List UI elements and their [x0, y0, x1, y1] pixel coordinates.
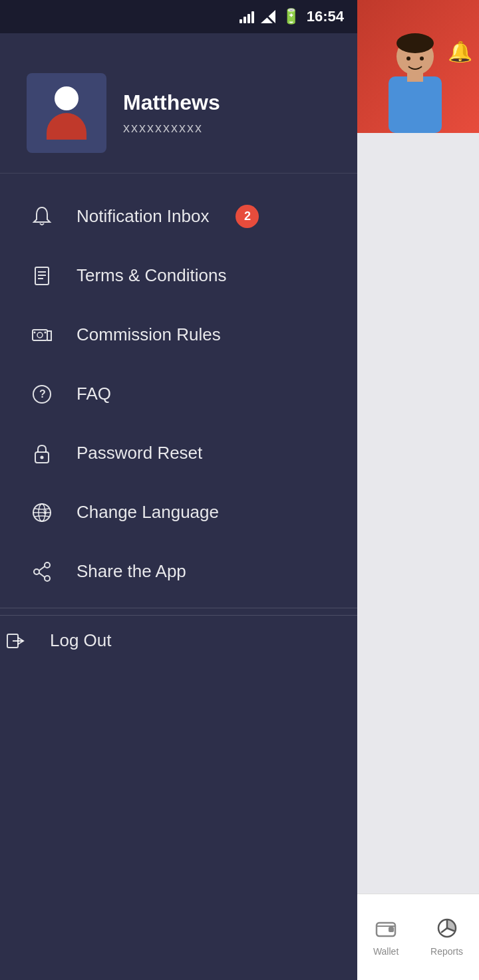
wallet-nav-label: Wallet	[373, 946, 399, 957]
svg-point-40	[45, 562, 50, 568]
person-illustration	[375, 27, 455, 133]
menu-item-logout[interactable]: Log Out	[0, 615, 357, 666]
commission-label: Commission Rules	[77, 324, 221, 345]
faq-icon: ?	[27, 379, 57, 409]
svg-rect-3	[407, 72, 423, 82]
svg-rect-28	[33, 330, 47, 340]
wallet-icon	[375, 918, 397, 943]
logout-label: Log Out	[50, 630, 112, 651]
user-name: Matthews	[123, 90, 337, 115]
menu-item-terms[interactable]: Terms & Conditions	[0, 246, 357, 305]
status-time: 16:54	[307, 8, 344, 25]
notification-inbox-label: Notification Inbox	[77, 206, 209, 227]
avatar	[27, 73, 106, 153]
menu-item-notification-inbox[interactable]: Notification Inbox 2	[0, 187, 357, 246]
svg-text:?: ?	[39, 388, 46, 400]
svg-rect-20	[389, 927, 394, 932]
menu-item-change-language[interactable]: ¥ Change Language	[0, 483, 357, 542]
reports-nav-item[interactable]: Reports	[430, 918, 463, 957]
bell-menu-icon	[27, 201, 57, 231]
share-app-label: Share the App	[77, 561, 186, 582]
menu-item-password-reset[interactable]: Password Reset	[0, 424, 357, 483]
svg-point-42	[45, 576, 50, 581]
signal-icon	[240, 10, 254, 23]
menu-list: Notification Inbox 2 Terms & Conditions	[0, 174, 357, 980]
battery-icon: 🔋	[282, 8, 300, 25]
avatar-head	[55, 86, 79, 110]
svg-point-35	[40, 455, 43, 459]
menu-item-share-app[interactable]: Share the App	[0, 542, 357, 601]
svg-point-29	[37, 332, 43, 338]
avatar-body	[47, 113, 86, 140]
reports-nav-label: Reports	[430, 946, 463, 957]
money-icon	[27, 320, 57, 350]
status-bar-content: 🔋 16:54	[240, 8, 344, 25]
svg-rect-2	[389, 76, 442, 133]
reports-icon	[436, 918, 458, 943]
password-reset-label: Password Reset	[77, 443, 202, 463]
share-icon	[27, 556, 57, 586]
user-profile-section: Matthews xxxxxxxxxx	[0, 33, 357, 174]
svg-point-1	[397, 33, 434, 53]
svg-point-5	[420, 57, 424, 61]
change-language-label: Change Language	[77, 502, 219, 523]
bottom-nav: Wallet Reports	[357, 894, 479, 980]
lock-icon	[27, 438, 57, 468]
right-panel-header: 🔔	[357, 0, 479, 133]
user-phone: xxxxxxxxxx	[123, 120, 337, 136]
avatar-person	[47, 86, 86, 140]
language-icon: ¥	[27, 497, 57, 527]
svg-point-41	[34, 569, 39, 574]
svg-text:¥: ¥	[43, 509, 47, 517]
status-bar: 🔋 16:54	[0, 0, 357, 33]
drawer: 🔋 16:54 Matthews xxxxxxxxxx	[0, 0, 357, 980]
svg-line-44	[39, 573, 45, 577]
svg-point-4	[406, 57, 410, 61]
wallet-nav-item[interactable]: Wallet	[373, 918, 399, 957]
bell-icon[interactable]: 🔔	[448, 40, 472, 63]
signal-cross-icon	[261, 10, 275, 23]
menu-item-commission[interactable]: Commission Rules	[0, 305, 357, 364]
menu-item-faq[interactable]: ? FAQ	[0, 364, 357, 424]
document-icon	[27, 261, 57, 291]
right-panel: 🔔	[357, 0, 479, 980]
svg-line-43	[39, 566, 45, 570]
logout-icon	[0, 626, 30, 656]
menu-divider	[0, 608, 357, 608]
faq-label: FAQ	[77, 384, 111, 404]
user-info: Matthews xxxxxxxxxx	[123, 90, 337, 136]
notification-badge: 2	[236, 205, 259, 228]
terms-label: Terms & Conditions	[77, 265, 226, 286]
